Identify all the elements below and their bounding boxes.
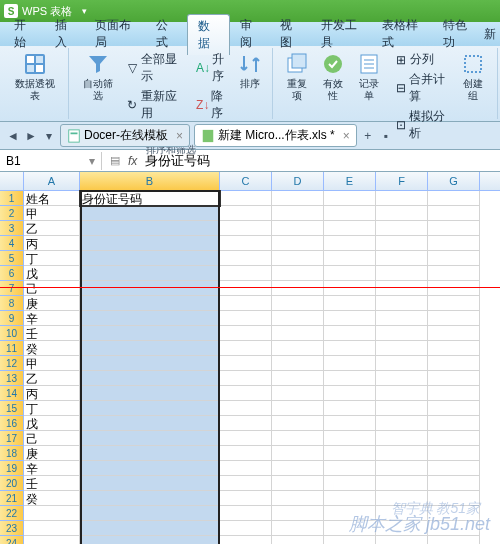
cell[interactable]: 庚	[24, 446, 80, 461]
cell[interactable]	[80, 296, 220, 311]
cell[interactable]	[220, 506, 272, 521]
cell[interactable]: 壬	[24, 326, 80, 341]
row-header[interactable]: 2	[0, 206, 24, 221]
row-header[interactable]: 19	[0, 461, 24, 476]
cell[interactable]	[376, 416, 428, 431]
cell[interactable]	[272, 461, 324, 476]
cell[interactable]	[272, 206, 324, 221]
cell[interactable]	[272, 536, 324, 544]
cell[interactable]	[24, 536, 80, 544]
doc-tab-template[interactable]: Docer-在线模板 ×	[60, 124, 190, 147]
cell[interactable]	[376, 206, 428, 221]
col-header-C[interactable]: C	[220, 172, 272, 190]
cell[interactable]	[272, 251, 324, 266]
cell[interactable]	[428, 251, 480, 266]
reapply-button[interactable]: ↻重新应用	[124, 87, 186, 123]
cell[interactable]	[272, 386, 324, 401]
cell[interactable]	[220, 356, 272, 371]
cell[interactable]	[80, 206, 220, 221]
row-header[interactable]: 5	[0, 251, 24, 266]
text-split-button[interactable]: ⊞分列	[392, 50, 455, 69]
cell[interactable]: 甲	[24, 206, 80, 221]
cell[interactable]	[272, 221, 324, 236]
cell[interactable]	[220, 521, 272, 536]
row-header[interactable]: 17	[0, 431, 24, 446]
cell[interactable]	[220, 266, 272, 281]
cell[interactable]	[324, 461, 376, 476]
cell[interactable]	[324, 386, 376, 401]
cell[interactable]	[80, 506, 220, 521]
cell[interactable]: 丁	[24, 401, 80, 416]
tab-nav-next-icon[interactable]: ►	[22, 127, 40, 145]
formula-collapse-icon[interactable]: ▤	[106, 154, 124, 167]
cell[interactable]: 戊	[24, 416, 80, 431]
row-header[interactable]: 22	[0, 506, 24, 521]
col-header-A[interactable]: A	[24, 172, 80, 190]
cell[interactable]	[80, 251, 220, 266]
cell[interactable]	[80, 416, 220, 431]
cell[interactable]	[324, 431, 376, 446]
row-header[interactable]: 7	[0, 281, 24, 296]
tab-menu-icon[interactable]: ▪	[377, 127, 395, 145]
cell[interactable]	[376, 341, 428, 356]
cell[interactable]	[272, 281, 324, 296]
row-header[interactable]: 8	[0, 296, 24, 311]
cell[interactable]	[428, 296, 480, 311]
merge-calc-button[interactable]: ⊟合并计算	[392, 70, 455, 106]
col-header-D[interactable]: D	[272, 172, 324, 190]
cell[interactable]: 戊	[24, 266, 80, 281]
doc-tab-workbook[interactable]: 新建 Micro...作表.xls * ×	[194, 124, 357, 147]
cell[interactable]	[80, 446, 220, 461]
cell[interactable]	[80, 521, 220, 536]
cell[interactable]	[272, 491, 324, 506]
cell[interactable]	[80, 461, 220, 476]
tab-nav-prev-icon[interactable]: ◄	[4, 127, 22, 145]
cell[interactable]: 辛	[24, 311, 80, 326]
cell[interactable]	[220, 401, 272, 416]
cell[interactable]	[428, 221, 480, 236]
cell[interactable]	[428, 266, 480, 281]
cell[interactable]	[80, 401, 220, 416]
cell[interactable]	[376, 281, 428, 296]
name-box[interactable]: B1 ▾	[0, 152, 102, 170]
cell[interactable]: 丙	[24, 236, 80, 251]
cell[interactable]	[324, 341, 376, 356]
row-header[interactable]: 13	[0, 371, 24, 386]
row-header[interactable]: 9	[0, 311, 24, 326]
formula-input[interactable]: 身份证号码	[141, 152, 214, 170]
row-header[interactable]: 15	[0, 401, 24, 416]
cell[interactable]	[272, 476, 324, 491]
cell[interactable]	[376, 236, 428, 251]
cell[interactable]	[324, 476, 376, 491]
cell[interactable]	[220, 221, 272, 236]
cell[interactable]	[324, 296, 376, 311]
cell[interactable]	[376, 461, 428, 476]
cell[interactable]	[80, 536, 220, 544]
cell[interactable]	[220, 446, 272, 461]
cell[interactable]	[428, 476, 480, 491]
cell[interactable]	[80, 356, 220, 371]
cell[interactable]	[324, 401, 376, 416]
cell[interactable]	[220, 251, 272, 266]
cell[interactable]	[220, 461, 272, 476]
cell[interactable]	[324, 311, 376, 326]
cell[interactable]	[272, 236, 324, 251]
cell[interactable]	[376, 221, 428, 236]
cell[interactable]	[272, 326, 324, 341]
cell[interactable]	[324, 206, 376, 221]
cell[interactable]: 丁	[24, 251, 80, 266]
cell[interactable]	[80, 341, 220, 356]
cell[interactable]	[428, 536, 480, 544]
cell[interactable]	[80, 491, 220, 506]
cell[interactable]	[220, 341, 272, 356]
row-header[interactable]: 23	[0, 521, 24, 536]
cell[interactable]	[428, 311, 480, 326]
cell[interactable]: 甲	[24, 356, 80, 371]
tab-nav-menu-icon[interactable]: ▾	[40, 127, 58, 145]
cell[interactable]	[80, 221, 220, 236]
cell[interactable]	[220, 296, 272, 311]
cell[interactable]: 癸	[24, 491, 80, 506]
row-header[interactable]: 21	[0, 491, 24, 506]
row-header[interactable]: 14	[0, 386, 24, 401]
cell[interactable]	[376, 446, 428, 461]
